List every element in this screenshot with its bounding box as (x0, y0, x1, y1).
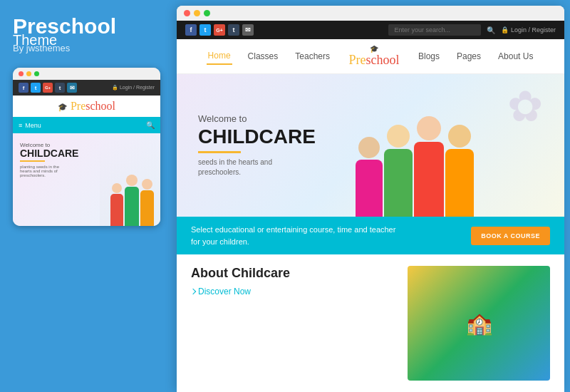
desktop-search-icon[interactable]: 🔍 (487, 26, 495, 34)
desktop-welcome-text: Welcome to (198, 113, 316, 124)
right-panel: f t G+ t ✉ 🔍 🔒 Login / Register Home Cla… (177, 6, 564, 392)
desktop-twitter-icon[interactable]: t (200, 24, 211, 36)
desktop-discover-link[interactable]: Discover Now (191, 287, 396, 296)
mobile-hero-underline (20, 160, 45, 162)
mobile-wordpress-icon[interactable]: ✉ (67, 83, 77, 93)
mobile-twitter-icon[interactable]: t (31, 83, 41, 93)
mobile-hero: Welcome to CHILDCARE planting seeds in t… (13, 133, 160, 226)
theme-author: By jwsthemes (13, 43, 164, 53)
desktop-dot-yellow (194, 10, 200, 16)
mobile-dot-green (34, 71, 39, 76)
arrow-right-icon (190, 289, 196, 294)
mobile-logo-area: 🎓 Preschool (13, 96, 160, 117)
desktop-nav-classes[interactable]: Classes (247, 48, 280, 64)
desktop-nav-logo-space: 🎓 Preschool (346, 45, 403, 68)
mobile-logo[interactable]: 🎓 Preschool (13, 100, 160, 113)
desktop-dot-green (204, 10, 210, 16)
desktop-hero-underline (198, 151, 241, 153)
desktop-login-link[interactable]: 🔒 Login / Register (501, 26, 556, 33)
desktop-nav-logo[interactable]: 🎓 Preschool (346, 45, 403, 68)
desktop-dot-red (184, 10, 190, 16)
mobile-menu-label[interactable]: ≡ Menu (19, 122, 41, 129)
desktop-hero-desc: seeds in the hearts and preschoolers. (198, 158, 291, 177)
left-panel: Preschool Theme By jwsthemes f t G+ t ✉ … (0, 0, 177, 392)
desktop-about-section: About Childcare Discover Now 🏫 (177, 254, 564, 392)
desktop-nav-items: Home Classes Teachers 🎓 Preschool Blogs … (191, 45, 550, 68)
desktop-nav-teachers[interactable]: Teachers (294, 48, 331, 64)
desktop-facebook-icon[interactable]: f (185, 24, 197, 36)
desktop-nav-home[interactable]: Home (207, 48, 232, 65)
desktop-nav: Home Classes Teachers 🎓 Preschool Blogs … (177, 39, 564, 74)
mobile-kids-image (100, 140, 160, 226)
mobile-facebook-icon[interactable]: f (19, 83, 28, 93)
mobile-dots-bar (13, 68, 160, 80)
desktop-search-area: 🔍 🔒 Login / Register (388, 24, 556, 36)
desktop-mail-icon[interactable]: ✉ (242, 24, 254, 36)
desktop-about-title: About Childcare (191, 266, 396, 281)
mobile-childcare-text: CHILDCARE (20, 148, 78, 159)
mobile-login-link[interactable]: 🔒 Login / Register (112, 85, 155, 91)
desktop-about-left: About Childcare Discover Now (191, 266, 396, 381)
desktop-logo-text: Preschool (346, 53, 403, 68)
desktop-nav-aboutus[interactable]: About Us (497, 48, 534, 64)
mobile-social-icons: f t G+ t ✉ (19, 83, 77, 93)
mobile-topbar: f t G+ t ✉ 🔒 Login / Register (13, 80, 160, 96)
mobile-search-icon[interactable]: 🔍 (146, 121, 155, 129)
mobile-hero-text: Welcome to CHILDCARE planting seeds in t… (20, 142, 78, 177)
desktop-dots-bar (177, 6, 564, 21)
mobile-preview: f t G+ t ✉ 🔒 Login / Register 🎓 Preschoo… (13, 68, 160, 226)
desktop-search-input[interactable] (388, 24, 481, 36)
mobile-hero-desc: planting seeds in the hearts and minds o… (20, 165, 70, 177)
mobile-googleplus-icon[interactable]: G+ (43, 83, 53, 93)
kids-group (356, 85, 474, 217)
desktop-nav-blogs[interactable]: Blogs (417, 48, 441, 64)
desktop-cta-bar: Select educational or entertaining cours… (177, 217, 564, 254)
desktop-social-icons: f t G+ t ✉ (185, 24, 254, 36)
desktop-about-right-image: 🏫 (408, 266, 550, 381)
desktop-tumblr-icon[interactable]: t (228, 24, 239, 36)
mobile-menu-bar: ≡ Menu 🔍 (13, 117, 160, 133)
desktop-nav-pages[interactable]: Pages (455, 48, 482, 64)
desktop-hero: ✿ Welcome to CHILDCARE seeds in the hear… (177, 74, 564, 217)
desktop-cta-text: Select educational or entertaining cours… (191, 224, 395, 247)
interior-image: 🏫 (408, 266, 550, 381)
desktop-childcare-text: CHILDCARE (198, 127, 316, 147)
mobile-tumblr-icon[interactable]: t (55, 83, 65, 93)
mobile-dot-yellow (26, 71, 31, 76)
desktop-googleplus-icon[interactable]: G+ (214, 24, 225, 36)
desktop-topbar: f t G+ t ✉ 🔍 🔒 Login / Register (177, 21, 564, 39)
desktop-hero-content: Welcome to CHILDCARE seeds in the hearts… (177, 99, 337, 192)
mobile-dot-red (19, 71, 24, 76)
desktop-book-course-button[interactable]: BOOK A COURSE (471, 227, 550, 245)
